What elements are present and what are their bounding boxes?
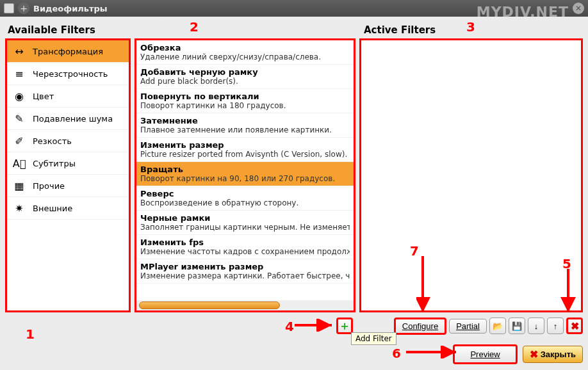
category-item-sharp[interactable]: ✐Резкость xyxy=(7,130,129,152)
filter-item[interactable]: Изменить fpsИзменение частоты кадров с с… xyxy=(136,235,354,259)
category-label: Резкость xyxy=(33,136,72,146)
filter-description: Заполняет границы картинки черным. Не из… xyxy=(140,223,350,232)
category-item-other[interactable]: ▦Прочие xyxy=(7,175,129,197)
other-icon: ▦ xyxy=(12,179,26,193)
available-filters-header: Available Filters xyxy=(5,22,133,38)
app-icon xyxy=(4,3,14,13)
filter-item[interactable]: ВращатьПоворот картинки на 90, 180 или 2… xyxy=(136,162,354,186)
filter-description: Удаление линий сверху/снизу/справа/слева… xyxy=(140,52,350,61)
filter-title: Реверс xyxy=(140,189,350,198)
category-label: Трансформация xyxy=(33,47,103,56)
close-label: Закрыть xyxy=(541,350,576,359)
category-label: Черезстрочность xyxy=(33,69,108,79)
filter-title: Изменить fps xyxy=(140,237,350,247)
category-label: Субтитры xyxy=(33,159,76,168)
folder-open-icon: 📂 xyxy=(493,321,503,331)
save-button[interactable]: 💾 xyxy=(509,318,525,334)
active-filters-panel xyxy=(359,38,583,312)
filter-description: Изменение размера картинки. Работает быс… xyxy=(140,271,350,280)
filter-description: Поворот картинки на 180 градусов. xyxy=(140,101,350,110)
arrow-up-icon: ↑ xyxy=(553,321,558,331)
categories-panel: ↔Трансформация≡Черезстрочность◉Цвет✎Пода… xyxy=(5,38,131,312)
horizontal-scrollbar[interactable] xyxy=(136,300,354,310)
interlace-icon: ≡ xyxy=(12,67,26,81)
filter-title: Вращать xyxy=(140,165,350,174)
filters-panel: ОбрезкаУдаление линий сверху/снизу/справ… xyxy=(135,38,355,312)
partial-button[interactable]: Partial xyxy=(449,319,487,334)
filter-item[interactable]: Повернуть по вертикалиПоворот картинки н… xyxy=(136,89,354,113)
arrow-down-icon: ↓ xyxy=(534,321,539,331)
denoise-icon: ✎ xyxy=(12,111,26,125)
filter-description: Плавное затемнение или появление картинк… xyxy=(140,125,350,134)
category-label: Прочие xyxy=(33,181,65,191)
watermark: MYDIV.NET xyxy=(477,4,569,20)
filter-item[interactable]: Черные рамкиЗаполняет границы картинки ч… xyxy=(136,211,354,235)
plus-icon: ＋ xyxy=(339,318,350,334)
expand-icon[interactable]: + xyxy=(18,3,29,14)
category-item-external[interactable]: ✷Внешние xyxy=(7,197,129,220)
close-x-icon: ✖ xyxy=(530,348,538,360)
filter-description: Поворот картинки на 90, 180 или 270 град… xyxy=(140,174,350,183)
filter-title: Черные рамки xyxy=(140,213,350,223)
filter-title: MPlayer изменить размер xyxy=(140,262,350,271)
category-item-transform[interactable]: ↔Трансформация xyxy=(7,40,129,63)
category-item-subs[interactable]: AͨСубтитры xyxy=(7,152,129,175)
remove-filter-button[interactable]: ✖ xyxy=(566,318,583,334)
category-label: Подавление шума xyxy=(33,114,113,124)
close-button[interactable]: ✖ Закрыть xyxy=(523,346,583,363)
open-button[interactable]: 📂 xyxy=(489,318,506,334)
category-label: Цвет xyxy=(33,92,54,101)
add-filter-tooltip: Add Filter xyxy=(351,332,396,345)
remove-icon: ✖ xyxy=(571,320,579,332)
subs-icon: Aͨ xyxy=(12,156,26,170)
save-icon: 💾 xyxy=(512,321,522,331)
category-item-color[interactable]: ◉Цвет xyxy=(7,85,129,108)
active-filters-header: Active Filters xyxy=(357,22,583,38)
add-filter-button[interactable]: ＋ xyxy=(336,318,353,334)
filter-item[interactable]: Добавить черную рамкуAdd pure black bord… xyxy=(136,65,354,89)
category-label: Внешние xyxy=(33,204,72,213)
configure-button[interactable]: Configure xyxy=(394,318,446,335)
move-up-button[interactable]: ↑ xyxy=(547,318,564,334)
close-icon[interactable]: ✕ xyxy=(573,3,584,14)
transform-icon: ↔ xyxy=(12,44,26,58)
filter-item[interactable]: РеверсВоспроизведение в обратную сторону… xyxy=(136,186,354,211)
sharp-icon: ✐ xyxy=(12,134,26,148)
filter-title: Обрезка xyxy=(140,43,350,52)
filter-title: Затемнение xyxy=(140,116,350,125)
filter-item[interactable]: ОбрезкаУдаление линий сверху/снизу/справ… xyxy=(136,40,354,65)
filter-item[interactable]: ЗатемнениеПлавное затемнение или появлен… xyxy=(136,113,354,138)
external-icon: ✷ xyxy=(12,201,26,215)
filter-item[interactable]: Изменить размерPicture resizer ported fr… xyxy=(136,138,354,162)
category-item-denoise[interactable]: ✎Подавление шума xyxy=(7,108,129,130)
preview-button[interactable]: Preview xyxy=(453,344,517,364)
filter-description: Picture resizer ported from Avisynth (C … xyxy=(140,150,350,159)
color-icon: ◉ xyxy=(12,89,26,103)
filter-description: Изменение частоты кадров с сохранением п… xyxy=(140,247,350,256)
filter-description: Воспроизведение в обратную сторону. xyxy=(140,198,350,207)
filter-description: Add pure black border(s). xyxy=(140,77,350,86)
filter-title: Изменить размер xyxy=(140,140,350,150)
category-item-interlace[interactable]: ≡Черезстрочность xyxy=(7,63,129,85)
move-down-button[interactable]: ↓ xyxy=(528,318,544,334)
filter-title: Повернуть по вертикали xyxy=(140,92,350,101)
filter-item[interactable]: MPlayer изменить размерИзменение размера… xyxy=(136,259,354,284)
filter-title: Добавить черную рамку xyxy=(140,67,350,77)
